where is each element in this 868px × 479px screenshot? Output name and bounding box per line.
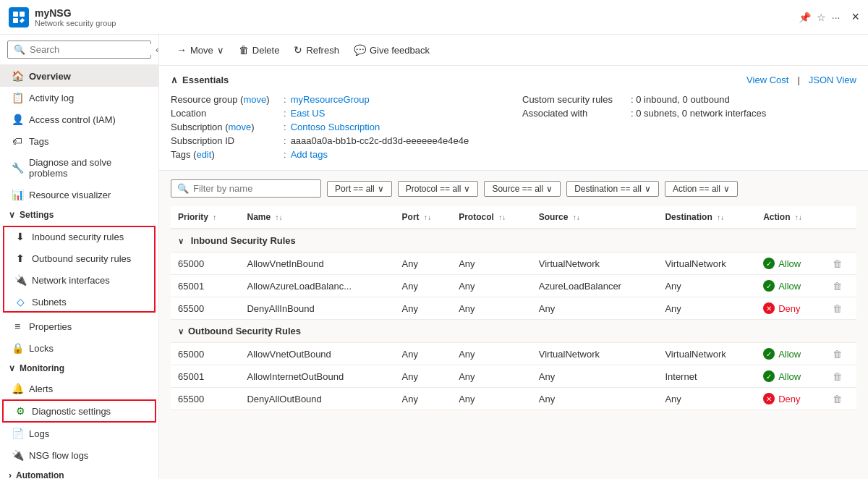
delete-label: Delete xyxy=(252,45,280,56)
automation-section-header[interactable]: › Automation xyxy=(0,466,158,479)
action-filter-chevron: ∨ xyxy=(723,184,730,194)
rules-section: 🔍 Port == all ∨ Protocol == all ∨ Source… xyxy=(159,171,868,419)
view-cost-link[interactable]: View Cost xyxy=(746,75,788,85)
destination-filter-chevron: ∨ xyxy=(644,184,651,194)
cell-port: Any xyxy=(395,297,452,320)
sidebar-item-subnets[interactable]: ◇ Subnets xyxy=(3,291,156,313)
move-sub-link[interactable]: move xyxy=(228,122,251,132)
table-row[interactable]: 65001 AllowAzureLoadBalanc... Any Any Az… xyxy=(171,275,856,297)
inbound-section-text: Inbound Security Rules xyxy=(191,235,296,246)
filter-tag-destination[interactable]: Destination == all ∨ xyxy=(566,181,659,197)
sidebar-item-resource-visualizer[interactable]: 📊 Resource visualizer xyxy=(0,184,158,205)
cell-port: Any xyxy=(395,275,452,297)
automation-chevron-icon: › xyxy=(9,470,12,479)
row-delete-icon[interactable]: 🗑 xyxy=(833,303,842,314)
th-protocol[interactable]: Protocol ↑↓ xyxy=(451,206,532,229)
table-row[interactable]: 65000 AllowVnetOutBound Any Any VirtualN… xyxy=(171,343,856,365)
row-delete-icon[interactable]: 🗑 xyxy=(833,371,842,382)
sidebar-search-container: 🔍 « xyxy=(0,35,158,65)
rules-table: Priority ↑ Name ↑↓ Port ↑↓ Protocol ↑↓ S… xyxy=(171,206,856,410)
inbound-section-row[interactable]: ∨ Inbound Security Rules xyxy=(171,229,856,253)
cell-delete[interactable]: 🗑 xyxy=(825,297,856,320)
cell-delete[interactable]: 🗑 xyxy=(825,253,856,275)
resource-visualizer-icon: 📊 xyxy=(12,189,23,200)
sidebar-item-tags[interactable]: 🏷 Tags xyxy=(0,130,158,152)
th-priority[interactable]: Priority ↑ xyxy=(171,206,239,229)
cell-delete[interactable]: 🗑 xyxy=(825,365,856,388)
sidebar-item-alerts[interactable]: 🔔 Alerts xyxy=(0,378,158,399)
row-delete-icon[interactable]: 🗑 xyxy=(833,349,842,360)
monitoring-section-header[interactable]: ∨ Monitoring xyxy=(0,359,158,378)
cell-delete[interactable]: 🗑 xyxy=(825,343,856,365)
table-row[interactable]: 65500 DenyAllInBound Any Any Any Any ✕ D… xyxy=(171,297,856,320)
cell-port: Any xyxy=(395,365,452,388)
filter-input[interactable] xyxy=(193,183,315,194)
title-bar: myNSG Network security group 📌 ☆ ··· × xyxy=(0,0,868,35)
sidebar-item-diagnose[interactable]: 🔧 Diagnose and solve problems xyxy=(0,152,158,184)
filter-tag-protocol[interactable]: Protocol == all ∨ xyxy=(398,181,479,197)
filter-tag-source[interactable]: Source == all ∨ xyxy=(484,181,561,197)
location-value[interactable]: East US xyxy=(291,108,326,119)
refresh-button[interactable]: ↻ Refresh xyxy=(288,41,345,59)
sidebar-item-access-control[interactable]: 👤 Access control (IAM) xyxy=(0,109,158,130)
th-name[interactable]: Name ↑↓ xyxy=(239,206,394,229)
th-action[interactable]: Action ↑↓ xyxy=(756,206,825,229)
row-delete-icon[interactable]: 🗑 xyxy=(833,394,842,404)
table-row[interactable]: 65500 DenyAllOutBound Any Any Any Any ✕ … xyxy=(171,388,856,410)
sidebar-item-nsg-flow-logs[interactable]: 🔌 NSG flow logs xyxy=(0,444,158,466)
feedback-button[interactable]: 💬 Give feedback xyxy=(348,41,435,59)
sidebar-item-inbound-rules[interactable]: ⬇ Inbound security rules xyxy=(3,226,156,247)
filter-tag-port[interactable]: Port == all ∨ xyxy=(327,181,392,197)
sidebar-item-properties[interactable]: ≡ Properties xyxy=(0,315,158,337)
cell-destination: Any xyxy=(658,275,756,297)
properties-icon: ≡ xyxy=(12,321,23,332)
th-port[interactable]: Port ↑↓ xyxy=(395,206,452,229)
outbound-section-row[interactable]: ∨Outbound Security Rules xyxy=(171,320,856,343)
close-button[interactable]: × xyxy=(851,9,859,25)
sidebar-item-activity-log[interactable]: 📋 Activity log xyxy=(0,87,158,109)
diagnostic-icon: ⚙ xyxy=(14,405,26,417)
cell-delete[interactable]: 🗑 xyxy=(825,275,856,297)
essentials-row-rg: Resource group (move) : myResourceGroup xyxy=(171,93,505,106)
activity-log-icon: 📋 xyxy=(12,92,23,103)
sidebar-item-outbound-rules[interactable]: ⬆ Outbound security rules xyxy=(3,247,156,269)
inbound-section-label: ∨ Inbound Security Rules xyxy=(171,229,856,253)
monitoring-section-label: Monitoring xyxy=(20,363,64,373)
sidebar-item-diagnostic-settings[interactable]: ⚙ Diagnostic settings xyxy=(3,400,156,422)
sidebar-item-locks[interactable]: 🔒 Locks xyxy=(0,337,158,359)
table-row[interactable]: 65001 AllowInternetOutBound Any Any Any … xyxy=(171,365,856,388)
search-input[interactable] xyxy=(30,44,151,55)
pin-icon[interactable]: 📌 xyxy=(799,12,811,23)
edit-tags-link[interactable]: edit xyxy=(196,149,211,160)
row-delete-icon[interactable]: 🗑 xyxy=(833,258,842,269)
move-rg-link[interactable]: move xyxy=(243,94,266,105)
sidebar-item-network-interfaces[interactable]: 🔌 Network interfaces xyxy=(3,269,156,291)
settings-section-header[interactable]: ∨ Settings xyxy=(0,205,158,224)
logs-icon: 📄 xyxy=(12,428,23,439)
json-view-link[interactable]: JSON View xyxy=(809,75,856,85)
cell-port: Any xyxy=(395,253,452,275)
star-icon[interactable]: ☆ xyxy=(817,12,826,23)
refresh-label: Refresh xyxy=(306,45,339,56)
cell-delete[interactable]: 🗑 xyxy=(825,388,856,410)
row-delete-icon[interactable]: 🗑 xyxy=(833,281,842,292)
cell-name: AllowVnetInBound xyxy=(239,253,394,275)
sidebar-search-box[interactable]: 🔍 « xyxy=(7,41,151,59)
cell-priority: 65500 xyxy=(171,297,239,320)
tags-value[interactable]: Add tags xyxy=(291,149,328,160)
filter-tag-action[interactable]: Action == all ∨ xyxy=(665,181,738,197)
more-icon[interactable]: ··· xyxy=(832,12,841,23)
rg-value[interactable]: myResourceGroup xyxy=(291,94,370,105)
delete-button[interactable]: 🗑 Delete xyxy=(233,41,286,59)
cell-action: ✓ Allow xyxy=(756,343,825,365)
table-row[interactable]: 65000 AllowVnetInBound Any Any VirtualNe… xyxy=(171,253,856,275)
sidebar-item-logs[interactable]: 📄 Logs xyxy=(0,423,158,444)
sidebar-item-overview[interactable]: 🏠 Overview xyxy=(0,65,158,87)
essentials-label: Tags (edit) xyxy=(171,149,279,160)
th-destination[interactable]: Destination ↑↓ xyxy=(658,206,756,229)
filter-input-box[interactable]: 🔍 xyxy=(171,179,321,198)
subscription-value[interactable]: Contoso Subscription xyxy=(291,122,380,132)
move-button[interactable]: → Move ∨ xyxy=(171,41,230,59)
essentials-actions: View Cost | JSON View xyxy=(746,75,856,85)
th-source[interactable]: Source ↑↓ xyxy=(532,206,658,229)
